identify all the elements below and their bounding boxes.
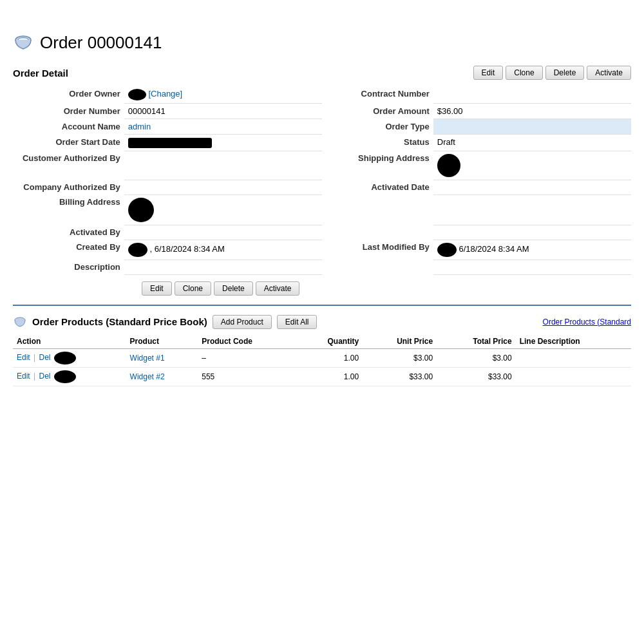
activated-date-value xyxy=(433,180,631,194)
billing-address-label: Billing Address xyxy=(13,194,124,225)
order-start-date-label: Order Start Date xyxy=(13,135,124,151)
col-quantity: Quantity xyxy=(297,334,363,349)
table-row: Account Name admin Order Type xyxy=(13,119,631,135)
product-qty-2: 1.00 xyxy=(297,367,363,386)
table-row: Order Start Date Status Draft xyxy=(13,135,631,151)
section-divider xyxy=(13,305,631,306)
products-section-left: Order Products (Standard Price Book) Add… xyxy=(13,315,317,329)
account-name-link[interactable]: admin xyxy=(128,122,151,131)
table-row: Activated By xyxy=(13,225,631,240)
edit-all-button[interactable]: Edit All xyxy=(277,315,317,329)
col-action: Action xyxy=(13,334,126,349)
order-detail-section: Order Detail Edit Clone Delete Activate … xyxy=(13,66,631,296)
product-row-2: Edit | Del Widget #2 555 1.00 $33.00 $33… xyxy=(13,367,631,386)
shipping-address-value xyxy=(433,151,631,180)
product-link-1[interactable]: Widget #1 xyxy=(130,354,165,363)
products-section-title: Order Products (Standard Price Book) xyxy=(32,316,207,327)
order-detail-title: Order Detail xyxy=(13,68,68,79)
activate-button-bottom[interactable]: Activate xyxy=(256,281,300,296)
table-row: Order Number 00000141 Order Amount $36.0… xyxy=(13,104,631,119)
delete-button-top[interactable]: Delete xyxy=(545,66,585,80)
order-detail-header: Order Detail Edit Clone Delete Activate xyxy=(13,66,631,80)
activate-button-top[interactable]: Activate xyxy=(587,66,631,80)
order-start-date-value xyxy=(124,135,322,151)
col-product: Product xyxy=(126,334,198,349)
product-action-2: Edit | Del xyxy=(13,367,126,386)
shipping-address-label: Shipping Address xyxy=(322,151,433,180)
order-owner-value: [Change] xyxy=(124,86,322,104)
clone-button-top[interactable]: Clone xyxy=(506,66,542,80)
order-detail-buttons-bottom: Edit Clone Delete Activate xyxy=(142,281,631,296)
col-unit-price: Unit Price xyxy=(363,334,437,349)
owner-redacted: [Change] xyxy=(128,89,182,100)
clone-button-bottom[interactable]: Clone xyxy=(175,281,211,296)
product-code-1: – xyxy=(198,348,296,367)
table-row: Description xyxy=(13,260,631,274)
product-line-desc-1 xyxy=(516,348,631,367)
product-name-redacted-2 xyxy=(54,370,76,383)
account-name-value: admin xyxy=(124,119,322,135)
status-label: Status xyxy=(322,135,433,151)
product-name-1: Widget #1 xyxy=(126,348,198,367)
col-total-price: Total Price xyxy=(437,334,516,349)
contract-number-value xyxy=(433,86,631,104)
last-modified-by-label: Last Modified By xyxy=(322,240,433,260)
product-unit-price-1: $3.00 xyxy=(363,348,437,367)
company-auth-label: Company Authorized By xyxy=(13,180,124,194)
product-total-price-1: $3.00 xyxy=(437,348,516,367)
edit-product-link-1[interactable]: Edit xyxy=(17,353,30,362)
customer-auth-label: Customer Authorized By xyxy=(13,151,124,180)
product-unit-price-2: $33.00 xyxy=(363,367,437,386)
col-line-description: Line Description xyxy=(516,334,631,349)
delete-button-bottom[interactable]: Delete xyxy=(214,281,253,296)
edit-button-top[interactable]: Edit xyxy=(473,66,504,80)
order-type-label: Order Type xyxy=(322,119,433,135)
table-row: Billing Address xyxy=(13,194,631,225)
del-product-link-2[interactable]: Del xyxy=(39,372,51,381)
description-value xyxy=(124,260,322,274)
activated-by-label: Activated By xyxy=(13,225,124,240)
billing-address-value xyxy=(124,194,322,225)
product-link-2[interactable]: Widget #2 xyxy=(130,372,165,381)
table-row: Company Authorized By Activated Date xyxy=(13,180,631,194)
change-link[interactable]: [Change] xyxy=(148,89,182,99)
company-auth-value xyxy=(124,180,322,194)
order-detail-buttons: Edit Clone Delete Activate xyxy=(473,66,631,80)
order-detail-table: Order Owner [Change] Contract Number Ord… xyxy=(13,86,631,275)
products-standard-link[interactable]: Order Products (Standard xyxy=(543,317,631,327)
product-line-desc-2 xyxy=(516,367,631,386)
order-products-section: Order Products (Standard Price Book) Add… xyxy=(13,315,631,386)
order-amount-label: Order Amount xyxy=(322,104,433,119)
created-by-value: , 6/18/2024 8:34 AM xyxy=(124,240,322,260)
products-section-header: Order Products (Standard Price Book) Add… xyxy=(13,315,631,329)
order-type-value xyxy=(433,119,631,135)
contract-number-label: Contract Number xyxy=(322,86,433,104)
edit-button-bottom[interactable]: Edit xyxy=(142,281,172,296)
product-action-1: Edit | Del xyxy=(13,348,126,367)
product-name-redacted-1 xyxy=(54,352,76,365)
page-title: Order 00000141 xyxy=(40,33,162,53)
order-number-value: 00000141 xyxy=(124,104,322,119)
last-modified-by-value: 6/18/2024 8:34 AM xyxy=(433,240,631,260)
edit-product-link-2[interactable]: Edit xyxy=(17,372,30,381)
account-name-label: Account Name xyxy=(13,119,124,135)
table-row: Created By , 6/18/2024 8:34 AM Last Modi… xyxy=(13,240,631,260)
product-row-1: Edit | Del Widget #1 – 1.00 $3.00 $3.00 xyxy=(13,348,631,367)
customer-auth-value xyxy=(124,151,322,180)
order-amount-value: $36.00 xyxy=(433,104,631,119)
products-icon xyxy=(13,315,27,329)
activated-by-value xyxy=(124,225,322,240)
del-product-link-1[interactable]: Del xyxy=(39,353,51,362)
col-product-code: Product Code xyxy=(198,334,296,349)
order-owner-label: Order Owner xyxy=(13,86,124,104)
order-icon xyxy=(13,32,33,53)
products-table-header: Action Product Product Code Quantity Uni… xyxy=(13,334,631,349)
description-label: Description xyxy=(13,260,124,274)
table-row: Customer Authorized By Shipping Address xyxy=(13,151,631,180)
page-header: Order 00000141 xyxy=(13,32,631,53)
order-number-label: Order Number xyxy=(13,104,124,119)
product-name-2: Widget #2 xyxy=(126,367,198,386)
status-value: Draft xyxy=(433,135,631,151)
product-code-2: 555 xyxy=(198,367,296,386)
add-product-button[interactable]: Add Product xyxy=(213,315,272,329)
